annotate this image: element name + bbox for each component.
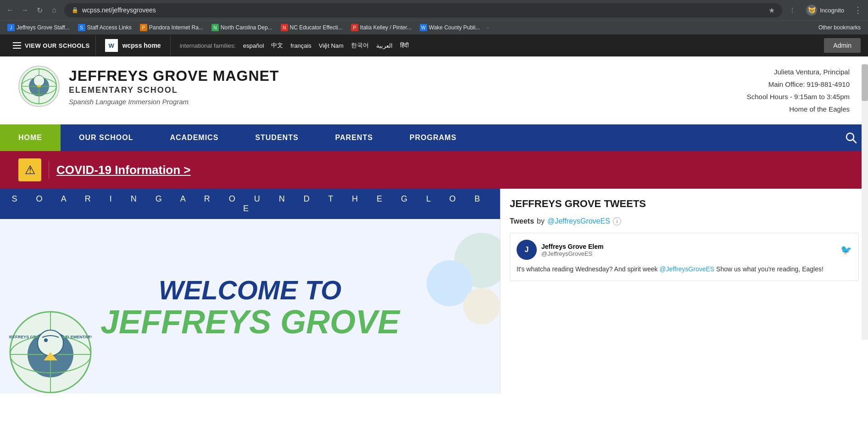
intl-label: international families: — [180, 42, 236, 49]
lang-vietnam[interactable]: Việt Nam — [319, 42, 344, 49]
international-families: international families: español 中文 franç… — [171, 41, 418, 50]
main-office: Main Office: 919-881-4910 — [747, 78, 850, 90]
star-icon[interactable]: ★ — [768, 6, 775, 15]
divider — [49, 161, 49, 179]
incognito-icon: 😿 — [806, 5, 817, 16]
school-mascot: Home of the Eagles — [747, 103, 850, 115]
other-bookmarks-label: Other bookmarks — [818, 24, 861, 31]
welcome-logo: JEFFREYS GROVE MAGNET ELEMENTARY — [9, 311, 92, 393]
nav-programs[interactable]: PROGRAMS — [391, 124, 475, 151]
nav-students[interactable]: STUDENTS — [237, 124, 317, 151]
hamburger-menu[interactable]: VIEW OUR SCHOOLS — [7, 39, 95, 53]
tweets-by-label: by — [537, 217, 545, 225]
tweets-handle[interactable]: @JeffreysGroveES — [547, 217, 610, 225]
nav-parents[interactable]: PARENTS — [317, 124, 391, 151]
bookmark-nc-educator[interactable]: N NC Educator Effecti... — [277, 22, 346, 33]
school-identity: JEFFREYS GROVE MAGNET ELEMENTARY SCHOOL … — [18, 66, 279, 107]
bookmark-label: NC Educator Effecti... — [290, 24, 343, 31]
view-schools-label: VIEW OUR SCHOOLS — [25, 42, 90, 49]
bookmarks-bar: J Jeffreys Grove Staff... S Staff Access… — [0, 20, 868, 34]
bookmark-favicon: N — [211, 24, 219, 31]
main-panel: S O A R I N G A R O U N D T H E G L O B … — [0, 189, 500, 393]
incognito-indicator: 😿 Incognito — [802, 3, 848, 17]
browser-toolbar: ← → ↻ ⌂ 🔒 wcpss.net/jeffreysgrovees ★ ⋮ … — [0, 0, 868, 20]
twitter-icon: 🐦 — [840, 244, 852, 255]
svg-point-15 — [38, 330, 63, 356]
bookmark-label: Staff Access Links — [87, 24, 132, 31]
lang-chinese[interactable]: 中文 — [271, 41, 283, 50]
principal-name: Julieta Ventura, Principal — [747, 66, 850, 78]
tweets-label: Tweets — [510, 217, 534, 225]
main-nav: HOME OUR SCHOOL ACADEMICS STUDENTS PAREN… — [0, 124, 868, 151]
welcome-text-block: WELCOME TO JEFFREYS GROVE — [100, 275, 400, 338]
url-text: wcpss.net/jeffreysgrovees — [82, 6, 765, 14]
alert-icon: ⚠ — [18, 158, 41, 181]
wcpss-home-label: wcpss home — [122, 42, 161, 49]
bookmark-label: Wake County Publi... — [429, 24, 480, 31]
school-hours: School Hours - 9:15am to 3:45pm — [747, 90, 850, 103]
svg-line-8 — [853, 140, 856, 143]
nav-home[interactable]: HOME — [0, 124, 61, 151]
wcpss-home-link[interactable]: W wcpss home — [95, 35, 171, 56]
admin-button[interactable]: Admin — [824, 38, 861, 53]
soaring-banner: S O A R I N G A R O U N D T H E G L O B … — [0, 189, 500, 219]
tweet-mention[interactable]: @JeffreysGroveES — [659, 265, 714, 273]
back-button[interactable]: ← — [4, 4, 17, 17]
scrollbar-track[interactable] — [862, 64, 868, 340]
tweet-avatar: J — [517, 240, 537, 260]
other-bookmarks[interactable]: Other bookmarks — [815, 23, 864, 32]
tweet-user-info: Jeffreys Grove Elem @JeffreysGroveES — [541, 243, 836, 257]
tweet-card: J Jeffreys Grove Elem @JeffreysGroveES 🐦… — [510, 233, 859, 281]
lang-hindi[interactable]: हिंदी — [400, 42, 409, 49]
welcome-logo-svg: JEFFREYS GROVE MAGNET ELEMENTARY — [9, 311, 92, 393]
school-name-line2: ELEMENTARY SCHOOL — [69, 85, 279, 95]
alert-bar: ⚠ COVID-19 Information > — [0, 151, 868, 189]
lang-francais[interactable]: français — [290, 42, 312, 49]
lang-espanol[interactable]: español — [243, 42, 264, 49]
wcpss-logo: W — [105, 39, 118, 52]
tweets-by-line: Tweets by @JeffreysGroveES i — [510, 217, 859, 225]
bookmark-pinterest[interactable]: P Italia Kelley / Pinter... — [347, 22, 415, 33]
info-icon[interactable]: i — [613, 217, 621, 225]
school-header: JEFFREYS GROVE MAGNET ELEMENTARY SCHOOL … — [0, 56, 868, 124]
tweet-text-part2: Show us what you're reading, Eagles! — [716, 265, 823, 273]
bookmark-favicon: N — [281, 24, 288, 31]
lang-arabic[interactable]: العربية — [376, 42, 393, 49]
bookmark-nc-dep[interactable]: N North Carolina Dep... — [208, 22, 276, 33]
tweet-user-handle[interactable]: @JeffreysGroveES — [541, 250, 836, 257]
bookmark-favicon: S — [78, 24, 85, 31]
bookmark-staff-access[interactable]: S Staff Access Links — [74, 22, 135, 33]
welcome-section: JEFFREYS GROVE MAGNET ELEMENTARY WELCOME… — [0, 219, 500, 393]
home-button[interactable]: ⌂ — [48, 4, 61, 17]
school-logo — [18, 66, 60, 107]
bookmark-favicon: W — [420, 24, 427, 31]
bookmark-jeffreys-staff[interactable]: J Jeffreys Grove Staff... — [4, 22, 73, 33]
right-panel: JEFFREYS GROVE TWEETS Tweets by @Jeffrey… — [500, 189, 868, 393]
tweet-body: It's whatcha reading Wednesday? And spir… — [517, 264, 852, 274]
warning-icon: ⚠ — [25, 163, 35, 177]
search-icon — [845, 132, 857, 144]
school-name-line1: JEFFREYS GROVE MAGNET — [69, 67, 279, 84]
bookmark-label: Italia Kelley / Pinter... — [360, 24, 412, 31]
svg-point-17 — [44, 338, 48, 342]
covid-link[interactable]: COVID-19 Information > — [56, 163, 191, 177]
main-content: S O A R I N G A R O U N D T H E G L O B … — [0, 189, 868, 393]
forward-button[interactable]: → — [18, 4, 31, 17]
google-apps-button[interactable]: ⋮ — [786, 4, 799, 17]
bookmark-wake-county[interactable]: W Wake County Publi... — [416, 22, 484, 33]
bookmark-favicon: J — [7, 24, 15, 31]
reload-button[interactable]: ↻ — [33, 4, 46, 17]
nav-academics[interactable]: ACADEMICS — [151, 124, 237, 151]
nav-our-school[interactable]: OUR SCHOOL — [61, 124, 151, 151]
address-bar[interactable]: 🔒 wcpss.net/jeffreysgrovees ★ — [64, 3, 782, 17]
bookmark-pandora[interactable]: P Pandora Internet Ra... — [136, 22, 207, 33]
bookmark-label: North Carolina Dep... — [221, 24, 273, 31]
menu-button[interactable]: ⋮ — [851, 4, 864, 17]
jeffreys-grove-text: JEFFREYS GROVE — [100, 305, 400, 338]
welcome-to-text: WELCOME TO — [100, 275, 400, 305]
incognito-label: Incognito — [820, 7, 844, 14]
lang-korean[interactable]: 한국어 — [351, 41, 369, 50]
scrollbar-thumb[interactable] — [862, 64, 868, 101]
lock-icon: 🔒 — [72, 7, 78, 13]
nav-buttons: ← → ↻ ⌂ — [4, 4, 61, 17]
